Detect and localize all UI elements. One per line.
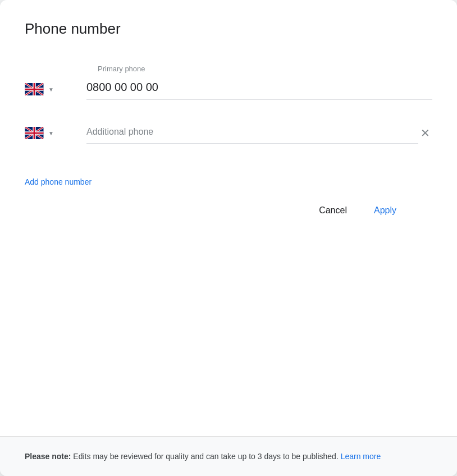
primary-phone-input-wrapper	[86, 79, 432, 100]
primary-phone-row: ▼	[25, 79, 432, 100]
primary-phone-label: Primary phone	[98, 65, 432, 73]
primary-phone-input[interactable]	[86, 79, 432, 96]
primary-country-selector[interactable]: ▼	[25, 81, 86, 98]
dialog-main-content: Phone number Primary phone	[0, 0, 457, 436]
primary-phone-section: Primary phone	[25, 65, 432, 100]
additional-dropdown-arrow: ▼	[48, 130, 54, 136]
add-phone-number-button[interactable]: Add phone number	[25, 173, 92, 191]
dialog-actions: Cancel Apply	[25, 191, 432, 239]
primary-flag-icon	[25, 83, 44, 95]
primary-dropdown-arrow: ▼	[48, 86, 54, 93]
notice-bold: Please note:	[25, 452, 71, 461]
additional-phone-row: ▼ ✕	[25, 122, 432, 144]
dialog-title: Phone number	[25, 20, 432, 38]
clear-additional-phone-button[interactable]: ✕	[418, 125, 432, 141]
notice-body: Edits may be reviewed for quality and ca…	[71, 452, 338, 461]
apply-button[interactable]: Apply	[363, 200, 408, 221]
learn-more-link[interactable]: Learn more	[341, 452, 381, 461]
additional-phone-input-wrapper	[86, 122, 418, 144]
cancel-button[interactable]: Cancel	[308, 200, 358, 221]
additional-phone-section: ▼ ✕	[25, 122, 432, 144]
additional-country-selector[interactable]: ▼	[25, 125, 86, 141]
notice-bar: Please note: Edits may be reviewed for q…	[0, 437, 457, 476]
phone-number-dialog: Phone number Primary phone	[0, 0, 457, 476]
additional-flag-icon	[25, 127, 44, 139]
additional-phone-input[interactable]	[86, 122, 418, 140]
